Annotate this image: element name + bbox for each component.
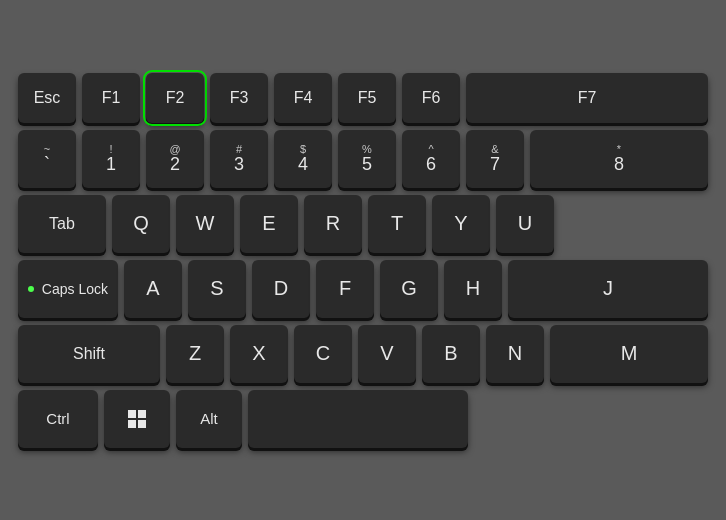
key-label: S: [210, 277, 223, 300]
keyboard: Esc F1 F2 F3 F4 F5 F6 F7 ~ `: [8, 59, 718, 462]
qwerty-row: Tab Q W E R T Y U: [18, 195, 708, 253]
key-label: N: [508, 342, 522, 365]
key-label: % 5: [362, 143, 372, 175]
key-alt[interactable]: Alt: [176, 390, 242, 448]
key-a[interactable]: A: [124, 260, 182, 318]
key-shift[interactable]: Shift: [18, 325, 160, 383]
key-label: X: [252, 342, 265, 365]
key-backtick[interactable]: ~ `: [18, 130, 76, 188]
key-j[interactable]: J: [508, 260, 708, 318]
key-label: T: [391, 212, 403, 235]
key-q[interactable]: Q: [112, 195, 170, 253]
key-f[interactable]: F: [316, 260, 374, 318]
key-label: & 7: [490, 143, 500, 175]
key-esc[interactable]: Esc: [18, 73, 76, 123]
key-v[interactable]: V: [358, 325, 416, 383]
key-m[interactable]: M: [550, 325, 708, 383]
key-g[interactable]: G: [380, 260, 438, 318]
key-label: ~ `: [44, 143, 50, 175]
key-y[interactable]: Y: [432, 195, 490, 253]
key-label: A: [146, 277, 159, 300]
key-win[interactable]: [104, 390, 170, 448]
key-h[interactable]: H: [444, 260, 502, 318]
key-label: R: [326, 212, 340, 235]
key-f1[interactable]: F1: [82, 73, 140, 123]
home-row: Caps Lock A S D F G H J: [18, 260, 708, 318]
key-f4[interactable]: F4: [274, 73, 332, 123]
key-label: Q: [133, 212, 149, 235]
key-label: F1: [102, 89, 121, 107]
key-x[interactable]: X: [230, 325, 288, 383]
key-label: F2: [166, 89, 185, 107]
key-label: W: [196, 212, 215, 235]
key-label: E: [262, 212, 275, 235]
key-label: Ctrl: [46, 410, 69, 427]
key-label: J: [603, 277, 613, 300]
key-6[interactable]: ^ 6: [402, 130, 460, 188]
number-row: ~ ` ! 1 @ 2 # 3 $ 4: [18, 130, 708, 188]
key-label: Z: [189, 342, 201, 365]
key-ctrl[interactable]: Ctrl: [18, 390, 98, 448]
key-label: @ 2: [169, 143, 180, 175]
key-c[interactable]: C: [294, 325, 352, 383]
key-label: F7: [578, 89, 597, 107]
key-caps-lock[interactable]: Caps Lock: [18, 260, 118, 318]
key-label: F6: [422, 89, 441, 107]
key-label: F: [339, 277, 351, 300]
key-label: F4: [294, 89, 313, 107]
key-n[interactable]: N: [486, 325, 544, 383]
windows-icon: [128, 410, 146, 428]
key-label: Esc: [34, 89, 61, 107]
key-z[interactable]: Z: [166, 325, 224, 383]
key-label: ^ 6: [426, 143, 436, 175]
key-d[interactable]: D: [252, 260, 310, 318]
key-label: $ 4: [298, 143, 308, 175]
key-f5[interactable]: F5: [338, 73, 396, 123]
key-f7[interactable]: F7: [466, 73, 708, 123]
key-f3[interactable]: F3: [210, 73, 268, 123]
key-label: Caps Lock: [42, 281, 108, 297]
fn-row: Esc F1 F2 F3 F4 F5 F6 F7: [18, 73, 708, 123]
bottom-row: Ctrl Alt: [18, 390, 708, 448]
key-8[interactable]: * 8: [530, 130, 708, 188]
key-label: U: [518, 212, 532, 235]
key-3[interactable]: # 3: [210, 130, 268, 188]
key-w[interactable]: W: [176, 195, 234, 253]
key-e[interactable]: E: [240, 195, 298, 253]
key-1[interactable]: ! 1: [82, 130, 140, 188]
key-f6[interactable]: F6: [402, 73, 460, 123]
key-label: ! 1: [106, 143, 116, 175]
key-label: Shift: [73, 345, 105, 363]
key-label: F3: [230, 89, 249, 107]
key-space[interactable]: [248, 390, 468, 448]
key-s[interactable]: S: [188, 260, 246, 318]
key-label: Tab: [49, 215, 75, 233]
key-label: * 8: [614, 143, 624, 175]
key-r[interactable]: R: [304, 195, 362, 253]
key-label: F5: [358, 89, 377, 107]
key-2[interactable]: @ 2: [146, 130, 204, 188]
key-f2[interactable]: F2: [146, 73, 204, 123]
key-tab[interactable]: Tab: [18, 195, 106, 253]
key-label: D: [274, 277, 288, 300]
caps-lock-led: [28, 286, 34, 292]
key-label: # 3: [234, 143, 244, 175]
key-label: H: [466, 277, 480, 300]
key-u[interactable]: U: [496, 195, 554, 253]
key-label: C: [316, 342, 330, 365]
key-label: Alt: [200, 410, 218, 427]
key-5[interactable]: % 5: [338, 130, 396, 188]
key-label: B: [444, 342, 457, 365]
shift-row: Shift Z X C V B N M: [18, 325, 708, 383]
key-7[interactable]: & 7: [466, 130, 524, 188]
key-4[interactable]: $ 4: [274, 130, 332, 188]
key-b[interactable]: B: [422, 325, 480, 383]
key-label: G: [401, 277, 417, 300]
key-label: M: [621, 342, 638, 365]
key-label: V: [380, 342, 393, 365]
key-t[interactable]: T: [368, 195, 426, 253]
key-label: Y: [454, 212, 467, 235]
